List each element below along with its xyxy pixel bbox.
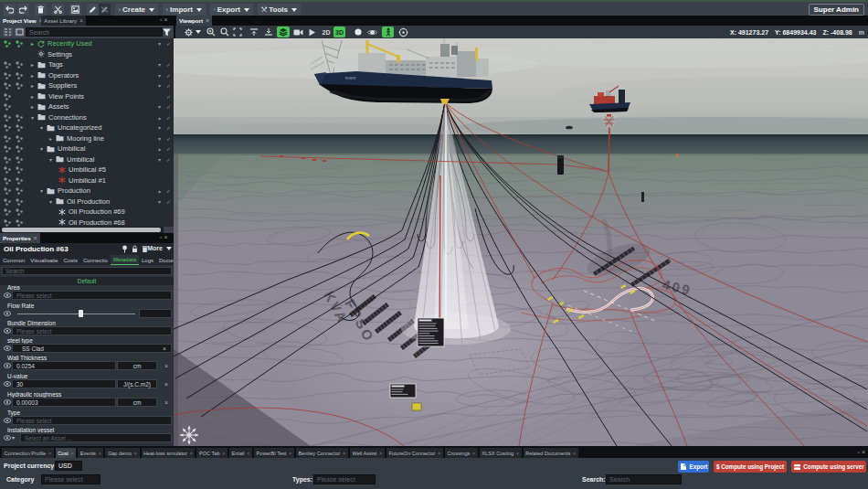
svg-text:FLNTR: FLNTR: [345, 77, 356, 80]
